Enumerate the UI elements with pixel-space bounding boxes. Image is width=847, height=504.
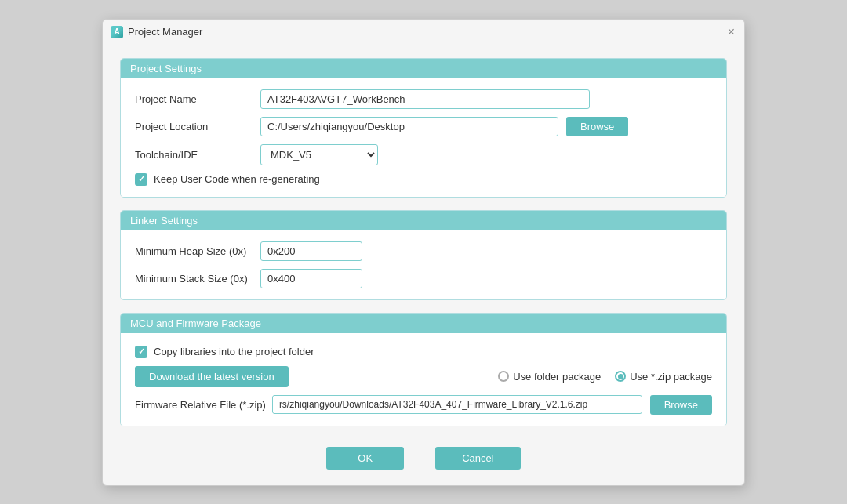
toolchain-select[interactable]: MDK_V5 IAR GCC: [260, 144, 378, 165]
heap-size-input[interactable]: [260, 241, 362, 261]
mcu-controls-row: Download the latest version Use folder p…: [135, 366, 712, 387]
copy-libraries-row: Copy libraries into the project folder: [135, 346, 712, 358]
firmware-file-input[interactable]: [272, 395, 642, 414]
toolchain-label: Toolchain/IDE: [135, 149, 260, 161]
copy-libraries-label: Copy libraries into the project folder: [154, 346, 314, 357]
stack-size-row: Minimum Stack Size (0x): [135, 269, 712, 288]
app-icon: A: [111, 26, 123, 38]
keep-user-code-label: Keep User Code when re-generating: [154, 173, 320, 185]
project-manager-dialog: A Project Manager × Project Settings Pro…: [102, 19, 745, 486]
stack-size-label: Minimum Stack Size (0x): [135, 273, 260, 285]
use-zip-label: Use *.zip package: [630, 371, 712, 383]
linker-settings-body: Minimum Heap Size (0x) Minimum Stack Siz…: [121, 230, 726, 299]
linker-settings-section: Linker Settings Minimum Heap Size (0x) M…: [120, 210, 727, 300]
project-location-row: Project Location Browse: [135, 117, 712, 136]
linker-settings-header: Linker Settings: [121, 211, 726, 230]
use-folder-radio[interactable]: [498, 371, 509, 382]
dialog-title: Project Manager: [128, 26, 202, 38]
mcu-firmware-body: Copy libraries into the project folder D…: [121, 333, 726, 426]
stack-size-input[interactable]: [260, 269, 362, 288]
project-settings-header: Project Settings: [121, 59, 726, 78]
use-zip-radio[interactable]: [615, 371, 626, 382]
project-location-label: Project Location: [135, 121, 260, 132]
heap-size-row: Minimum Heap Size (0x): [135, 241, 712, 261]
copy-libraries-checkbox[interactable]: [135, 346, 147, 358]
package-type-radio-group: Use folder package Use *.zip package: [303, 371, 712, 383]
dialog-body: Project Settings Project Name Project Lo…: [103, 45, 744, 439]
ok-button[interactable]: OK: [326, 447, 404, 470]
firmware-file-label: Firmware Relative File (*.zip): [135, 399, 266, 411]
firmware-file-row: Firmware Relative File (*.zip) Browse: [135, 395, 712, 415]
project-name-row: Project Name: [135, 89, 712, 109]
cancel-button[interactable]: Cancel: [435, 447, 520, 470]
project-settings-body: Project Name Project Location Browse Too…: [121, 78, 726, 197]
close-button[interactable]: ×: [728, 26, 735, 38]
use-zip-option[interactable]: Use *.zip package: [615, 371, 712, 383]
firmware-browse-button[interactable]: Browse: [650, 395, 712, 415]
dialog-footer: OK Cancel: [103, 439, 744, 470]
toolchain-row: Toolchain/IDE MDK_V5 IAR GCC: [135, 144, 712, 165]
project-name-label: Project Name: [135, 93, 260, 105]
keep-user-code-row: Keep User Code when re-generating: [135, 173, 712, 186]
project-location-input[interactable]: [260, 117, 558, 136]
use-folder-label: Use folder package: [513, 371, 601, 383]
project-name-input[interactable]: [260, 89, 590, 109]
title-bar: A Project Manager ×: [103, 20, 744, 45]
project-settings-section: Project Settings Project Name Project Lo…: [120, 58, 727, 198]
mcu-firmware-section: MCU and Firmware Package Copy libraries …: [120, 313, 727, 426]
keep-user-code-checkbox[interactable]: [135, 173, 147, 186]
use-folder-option[interactable]: Use folder package: [498, 371, 601, 383]
heap-size-label: Minimum Heap Size (0x): [135, 245, 260, 257]
download-latest-button[interactable]: Download the latest version: [135, 366, 289, 387]
project-location-browse-button[interactable]: Browse: [566, 117, 628, 136]
mcu-firmware-header: MCU and Firmware Package: [121, 314, 726, 333]
